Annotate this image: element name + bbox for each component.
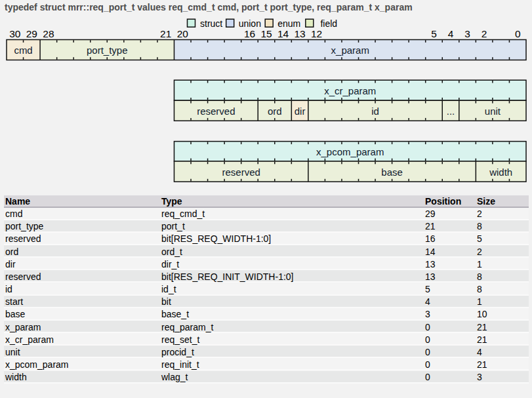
svg-text:ord: ord xyxy=(268,106,282,117)
svg-text:port_type: port_type xyxy=(87,45,128,56)
svg-text:16: 16 xyxy=(244,28,255,39)
svg-text:15: 15 xyxy=(260,28,272,39)
svg-text:width: width xyxy=(489,167,512,178)
svg-text:struct: struct xyxy=(200,18,222,29)
svg-text:5: 5 xyxy=(431,28,437,39)
svg-text:base: base xyxy=(381,167,403,178)
svg-text:x_param: x_param xyxy=(331,45,369,56)
svg-text:20: 20 xyxy=(177,28,189,39)
svg-text:unit: unit xyxy=(485,106,501,117)
svg-text:x_cr_param: x_cr_param xyxy=(324,85,376,96)
svg-text:union: union xyxy=(239,18,261,29)
svg-text:reserved: reserved xyxy=(197,106,235,117)
svg-text:28: 28 xyxy=(43,28,54,39)
svg-text:id: id xyxy=(371,106,379,117)
svg-text:cmd: cmd xyxy=(14,45,32,56)
svg-text:reserved: reserved xyxy=(222,167,260,178)
svg-text:dir: dir xyxy=(295,106,306,117)
svg-text:29: 29 xyxy=(26,28,37,39)
svg-text:field: field xyxy=(320,18,337,29)
svg-text:x_pcom_param: x_pcom_param xyxy=(316,146,384,157)
svg-text:13: 13 xyxy=(294,28,305,39)
svg-text:21: 21 xyxy=(160,28,171,39)
svg-text:2: 2 xyxy=(481,28,487,39)
svg-text:4: 4 xyxy=(448,28,454,39)
svg-text:0: 0 xyxy=(515,28,521,39)
svg-text:enum: enum xyxy=(277,18,300,29)
svg-text:3: 3 xyxy=(464,28,470,39)
svg-text:30: 30 xyxy=(9,28,21,39)
svg-text:...: ... xyxy=(447,106,455,117)
svg-text:12: 12 xyxy=(311,28,322,39)
svg-text:14: 14 xyxy=(277,28,289,39)
